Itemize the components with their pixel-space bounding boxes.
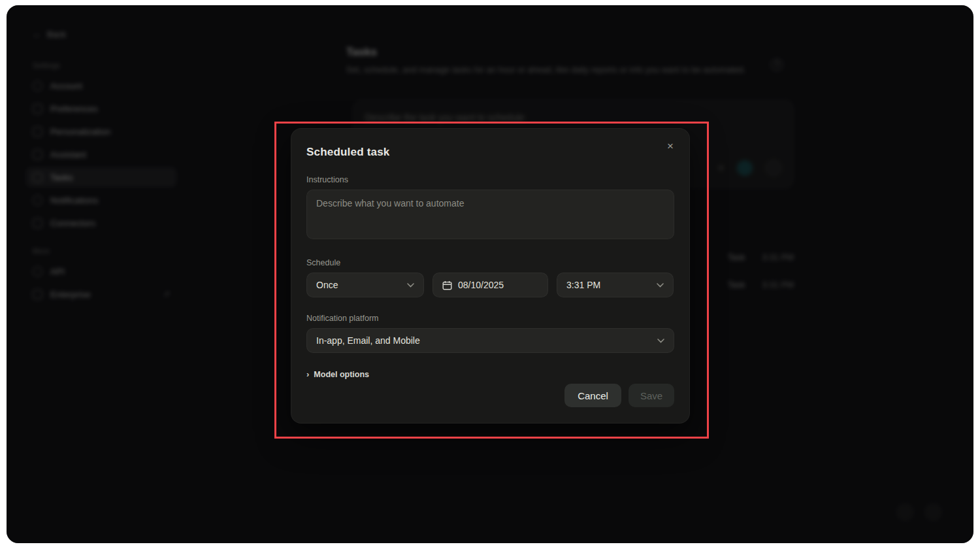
modal-title: Scheduled task [306,146,674,159]
date-value: 08/10/2025 [458,280,504,290]
cancel-button[interactable]: Cancel [564,384,621,407]
calendar-icon [442,280,452,290]
chevron-right-icon: › [306,369,309,379]
date-picker[interactable]: 08/10/2025 [433,273,548,297]
time-select[interactable]: 3:31 PM [557,273,674,297]
notification-platform-select[interactable]: In-app, Email, and Mobile [306,328,674,353]
instructions-label: Instructions [306,175,674,184]
frequency-select[interactable]: Once [306,273,424,297]
frequency-value: Once [316,280,338,290]
chevron-down-icon [657,339,664,343]
close-icon[interactable]: × [661,137,680,156]
chevron-down-icon [657,283,664,288]
scheduled-task-modal: Scheduled task × Instructions Schedule O… [291,128,690,424]
save-button[interactable]: Save [629,384,674,407]
notification-platform-label: Notification platform [306,314,674,323]
model-options-expander[interactable]: › Model options [306,369,674,379]
time-value: 3:31 PM [566,280,600,290]
model-options-label: Model options [314,370,369,379]
chevron-down-icon [407,283,414,288]
notification-platform-value: In-app, Email, and Mobile [316,335,420,346]
schedule-label: Schedule [306,258,674,267]
instructions-input[interactable] [306,190,674,239]
